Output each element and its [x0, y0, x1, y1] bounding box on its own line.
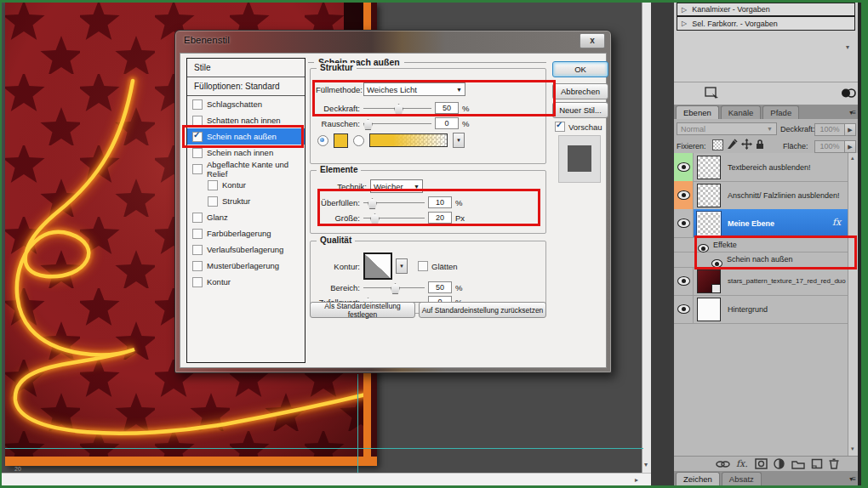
style-item-verlaufsueberlagerung[interactable]: Verlaufsüberlagerung	[187, 241, 305, 258]
expand-triangle-icon[interactable]: ▷	[682, 6, 687, 14]
layer-thumbnail[interactable]	[697, 156, 721, 179]
color-swatch[interactable]	[334, 133, 348, 148]
checkbox[interactable]	[192, 164, 203, 174]
checkbox[interactable]	[192, 229, 203, 239]
lock-transparency-icon[interactable]	[712, 139, 723, 150]
new-style-button[interactable]: Neuer Stil...	[552, 102, 608, 118]
checkbox[interactable]	[208, 180, 218, 190]
preview-checkbox[interactable]	[555, 122, 565, 132]
adjustment-layer-icon[interactable]	[774, 458, 785, 469]
tab-absatz[interactable]: Absatz	[722, 472, 762, 485]
delete-layer-icon[interactable]	[829, 458, 839, 469]
layer-row-anschnitt[interactable]: Anschnitt/ Falzlinien ausblenden!	[674, 181, 850, 210]
blend-mode-combo[interactable]: Normal▼	[677, 122, 777, 135]
move-icon[interactable]	[741, 139, 752, 150]
set-default-button[interactable]: Als Standardeinstellung festlegen	[310, 302, 415, 318]
scroll-down-icon[interactable]: ▾	[846, 44, 849, 51]
opacity-spinner-icon[interactable]: ▶	[844, 123, 856, 136]
checkbox[interactable]	[192, 277, 203, 287]
ok-button[interactable]: OK	[552, 61, 608, 77]
styles-header[interactable]: Stile	[187, 59, 305, 77]
antialias-checkbox[interactable]	[418, 261, 428, 271]
scroll-up-icon[interactable]: ▴	[851, 155, 854, 162]
gradient-picker-arrow-icon[interactable]: ▼	[453, 133, 465, 148]
preset-item-kanalmixer[interactable]: ▷ Kanalmixer - Vorgaben	[677, 3, 855, 16]
visibility-cell[interactable]	[674, 267, 694, 295]
slider-thumb[interactable]	[370, 213, 380, 224]
noise-value[interactable]: 0	[435, 117, 459, 129]
tab-zeichen[interactable]: Zeichen	[676, 472, 720, 485]
checkbox[interactable]	[192, 261, 203, 271]
layer-mask-icon[interactable]	[755, 458, 768, 469]
style-item-schein-nach-innen[interactable]: Schein nach innen	[187, 145, 305, 161]
layer-thumbnail[interactable]	[697, 212, 721, 235]
slider-thumb[interactable]	[391, 283, 400, 294]
link-layers-icon[interactable]	[716, 459, 730, 469]
tab-kanaele[interactable]: Kanäle	[721, 105, 762, 119]
spread-value[interactable]: 10	[428, 196, 452, 208]
gradient-swatch[interactable]	[369, 133, 448, 147]
visibility-cell[interactable]	[674, 153, 694, 181]
tab-ebenen[interactable]: Ebenen	[676, 105, 719, 119]
layer-row-meine-ebene[interactable]: Meine Ebene fx ▲	[674, 209, 858, 238]
opacity-value[interactable]: 50	[435, 102, 459, 114]
slider-thumb[interactable]	[363, 119, 373, 130]
style-item-kontur-sub[interactable]: Kontur	[187, 177, 305, 193]
eye-icon[interactable]	[677, 218, 690, 228]
layer-row-hintergrund[interactable]: Hintergrund	[674, 295, 850, 324]
layer-row-effekte[interactable]: Effekte	[674, 237, 850, 253]
fill-options-item[interactable]: Fülloptionen: Standard	[187, 77, 305, 96]
checkbox-checked[interactable]	[192, 132, 203, 142]
size-value[interactable]: 20	[428, 212, 452, 224]
visibility-cell[interactable]	[674, 181, 694, 209]
brush-icon[interactable]	[727, 139, 738, 150]
reset-default-button[interactable]: Auf Standardeinstellung zurücksetzen	[419, 302, 546, 318]
layer-row-stars-pattern[interactable]: stars_pattern_texture_17_red_red_duo	[674, 267, 850, 296]
checkbox[interactable]	[192, 213, 203, 223]
contour-picker-arrow-icon[interactable]: ▼	[396, 258, 408, 274]
tab-pfade[interactable]: Pfade	[762, 105, 799, 119]
contour-thumbnail[interactable]	[363, 253, 392, 280]
fx-badge[interactable]: fx	[832, 217, 841, 228]
checkbox[interactable]	[208, 196, 218, 207]
eye-icon[interactable]	[677, 304, 690, 314]
size-slider[interactable]	[363, 213, 425, 223]
close-icon[interactable]: x	[580, 33, 605, 48]
layer-thumbnail[interactable]	[697, 298, 721, 321]
checkbox[interactable]	[192, 116, 203, 126]
expand-triangle-icon[interactable]: ▷	[682, 20, 687, 27]
eye-icon[interactable]	[677, 162, 690, 172]
style-item-schein-nach-aussen[interactable]: Schein nach außen	[187, 128, 305, 145]
layer-row-schein-nach-aussen[interactable]: Schein nach außen	[674, 252, 850, 268]
panel-menu-icon[interactable]: ▾≡	[849, 109, 855, 116]
opacity-value[interactable]: 100%	[814, 123, 845, 136]
style-item-struktur-sub[interactable]: Struktur	[187, 193, 305, 209]
style-item-musterueberlagerung[interactable]: Musterüberlagerung	[187, 258, 305, 274]
checkbox[interactable]	[192, 148, 203, 158]
slider-thumb[interactable]	[368, 198, 377, 209]
range-slider[interactable]	[363, 282, 425, 292]
dock-circles-icon[interactable]	[841, 88, 856, 99]
color-radio-selected[interactable]	[317, 135, 328, 146]
slider-thumb[interactable]	[394, 104, 403, 115]
blend-mode-select[interactable]: Weiches Licht▼	[363, 82, 465, 96]
layer-row-textbereich[interactable]: Textbereich ausblenden!	[674, 153, 850, 182]
layer-thumbnail[interactable]	[697, 184, 721, 207]
scroll-down-icon[interactable]: ▾	[644, 462, 648, 468]
fill-spinner-icon[interactable]: ▶	[844, 140, 856, 153]
new-group-icon[interactable]	[791, 459, 805, 469]
horizontal-scrollbar[interactable]: ▸	[2, 473, 651, 486]
eye-icon[interactable]	[677, 276, 690, 286]
spread-slider[interactable]	[363, 197, 425, 207]
eye-icon[interactable]	[677, 190, 690, 200]
style-item-schatten-nach-innen[interactable]: Schatten nach innen	[187, 112, 305, 128]
layer-style-fx-icon[interactable]: fx.	[736, 458, 749, 469]
style-item-glanz[interactable]: Glanz	[187, 209, 305, 225]
new-layer-icon[interactable]	[811, 458, 823, 469]
preset-grid-icon[interactable]	[705, 87, 720, 100]
layer-thumbnail[interactable]	[697, 270, 721, 293]
panel-menu-icon[interactable]: ▾≡	[849, 475, 855, 483]
style-item-kontur[interactable]: Kontur	[187, 274, 305, 290]
checkbox[interactable]	[192, 99, 203, 110]
style-item-abgeflachte-kante[interactable]: Abgeflachte Kante und Relief	[187, 161, 305, 177]
